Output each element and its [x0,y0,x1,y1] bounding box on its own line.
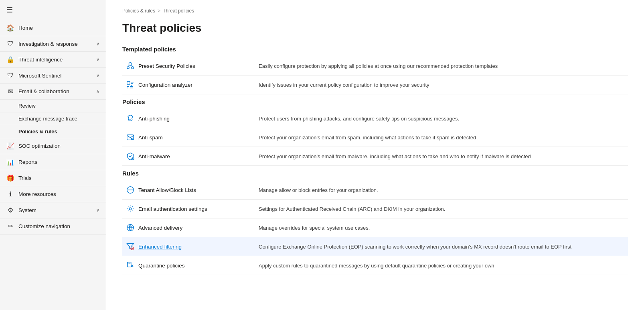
policy-name-anti-spam: Anti-spam [138,135,251,141]
sidebar-item-label: Home [18,25,99,31]
sidebar-item-system[interactable]: ⚙ System ∨ [0,202,106,218]
sidebar-item-trials[interactable]: 🎁 Trials [0,170,106,186]
sidebar: ☰ 🏠 Home 🛡 Investigation & response ∨ 🔒 … [0,0,106,310]
investigation-icon: 🛡 [6,40,14,47]
policy-name-quarantine-policies: Quarantine policies [138,263,251,269]
main-content: Policies & rules > Threat policies Threa… [106,0,644,310]
section-title-templated-policies: Templated policies [122,46,628,53]
sidebar-sub-item-review[interactable]: Review [0,100,106,112]
chevron-down-icon: ∨ [96,73,99,78]
policy-name-email-authentication: Email authentication settings [138,206,251,212]
customize-icon: ✏ [6,222,14,230]
sentinel-icon: 🛡 [6,72,14,79]
sidebar-sub-item-policies-rules[interactable]: Policies & rules [0,125,106,138]
reports-icon: 📊 [6,158,14,166]
policy-name-preset-security: Preset Security Policies [138,63,251,69]
svg-point-2 [132,67,134,69]
section-templated-policies: Templated policiesPreset Security Polici… [122,46,628,94]
sidebar-item-label: Email & collaboration [18,88,92,94]
policy-row-configuration-analyzer[interactable]: Configuration analyzerIdentify issues in… [122,75,628,94]
policy-row-preset-security[interactable]: Preset Security PoliciesEasily configure… [122,57,628,75]
policy-desc-anti-phishing: Protect users from phishing attacks, and… [251,116,628,122]
policy-icon-anti-phishing [122,114,138,123]
section-policies: PoliciesAnti-phishingProtect users from … [122,98,628,166]
policy-name-enhanced-filtering[interactable]: Enhanced filtering [138,244,251,250]
sidebar-item-label: Threat intelligence [18,57,92,63]
policy-icon-anti-spam [122,133,138,142]
policy-row-anti-malware[interactable]: Anti-malwareProtect your organization's … [122,147,628,166]
sidebar-item-label: Investigation & response [18,41,92,47]
policy-icon-email-authentication [122,204,138,213]
section-title-rules: Rules [122,170,628,177]
home-icon: 🏠 [6,24,14,32]
hamburger-menu[interactable]: ☰ [0,0,106,20]
svg-point-12 [129,208,132,210]
svg-rect-5 [127,82,130,84]
sidebar-item-label: Microsoft Sentinel [18,73,92,79]
policy-icon-enhanced-filtering [122,242,138,251]
policy-icon-quarantine-policies [122,261,138,270]
section-rules: RulesTenant Allow/Block ListsManage allo… [122,170,628,275]
page-title: Threat policies [122,22,628,35]
sidebar-item-label: System [18,207,92,213]
sidebar-item-label: Customize navigation [18,223,99,229]
resources-icon: ℹ [6,190,14,198]
policy-row-anti-spam[interactable]: Anti-spamProtect your organization's ema… [122,128,628,147]
sidebar-item-reports[interactable]: 📊 Reports [0,154,106,170]
chevron-up-icon: ∧ [96,89,99,94]
breadcrumb-current: Threat policies [163,8,194,14]
policy-desc-anti-spam: Protect your organization's email from s… [251,135,628,141]
threat-icon: 🔒 [6,56,14,63]
chevron-down-icon: ∨ [96,41,99,47]
email-icon: ✉ [6,88,14,95]
policy-row-quarantine-policies[interactable]: Quarantine policiesApply custom rules to… [122,256,628,275]
breadcrumb-parent[interactable]: Policies & rules [122,8,155,14]
svg-point-6 [130,119,131,120]
sidebar-item-home[interactable]: 🏠 Home [0,20,106,36]
sidebar-item-customize-navigation[interactable]: ✏ Customize navigation [0,218,106,235]
breadcrumb-separator: > [158,8,160,14]
system-icon: ⚙ [6,206,14,214]
svg-line-4 [132,65,133,67]
sidebar-item-investigation[interactable]: 🛡 Investigation & response ∨ [0,36,106,52]
sidebar-item-soc-optimization[interactable]: 📈 SOC optimization [0,138,106,154]
policy-icon-tenant-allow-block [122,186,138,194]
policy-desc-anti-malware: Protect your organization's email from m… [251,153,628,159]
sidebar-item-threat-intelligence[interactable]: 🔒 Threat intelligence ∨ [0,52,106,68]
policy-desc-tenant-allow-block: Manage allow or block entries for your o… [251,187,628,193]
chevron-down-icon: ∨ [96,57,99,62]
policy-icon-advanced-delivery [122,223,138,232]
policy-desc-enhanced-filtering: Configure Exchange Online Protection (EO… [251,244,628,250]
sidebar-sub-item-exchange[interactable]: Exchange message trace [0,112,106,125]
policy-name-anti-malware: Anti-malware [138,153,251,159]
policy-icon-preset-security [122,61,138,70]
section-title-policies: Policies [122,98,628,105]
sections-container: Templated policiesPreset Security Polici… [122,46,628,275]
svg-line-3 [128,65,130,67]
chevron-down-icon: ∨ [96,208,99,213]
policy-name-anti-phishing: Anti-phishing [138,116,251,122]
policy-row-advanced-delivery[interactable]: Advanced deliveryManage overrides for sp… [122,218,628,237]
policy-desc-email-authentication: Settings for Authenticated Received Chai… [251,206,628,212]
policy-name-tenant-allow-block: Tenant Allow/Block Lists [138,187,251,193]
policy-row-tenant-allow-block[interactable]: Tenant Allow/Block ListsManage allow or … [122,181,628,200]
svg-point-1 [127,67,130,69]
policy-desc-preset-security: Easily configure protection by applying … [251,63,628,69]
policy-desc-configuration-analyzer: Identify issues in your current policy c… [251,82,628,88]
policy-row-enhanced-filtering[interactable]: Enhanced filteringConfigure Exchange Onl… [122,237,628,256]
policy-icon-anti-malware [122,152,138,161]
sidebar-item-microsoft-sentinel[interactable]: 🛡 Microsoft Sentinel ∨ [0,68,106,84]
policy-row-anti-phishing[interactable]: Anti-phishingProtect users from phishing… [122,109,628,128]
sidebar-item-label: Trials [18,175,99,181]
policy-name-advanced-delivery: Advanced delivery [138,225,251,231]
breadcrumb: Policies & rules > Threat policies [122,8,628,14]
sidebar-item-label: Reports [18,159,99,165]
policy-desc-quarantine-policies: Apply custom rules to quarantined messag… [251,263,628,269]
soc-icon: 📈 [6,142,14,150]
policy-row-email-authentication[interactable]: Email authentication settingsSettings fo… [122,200,628,218]
policy-desc-advanced-delivery: Manage overrides for special system use … [251,225,628,231]
sidebar-item-more-resources[interactable]: ℹ More resources [0,186,106,202]
sidebar-item-label: SOC optimization [18,143,99,149]
sidebar-item-email-collaboration[interactable]: ✉ Email & collaboration ∧ [0,84,106,100]
svg-point-0 [129,63,132,65]
